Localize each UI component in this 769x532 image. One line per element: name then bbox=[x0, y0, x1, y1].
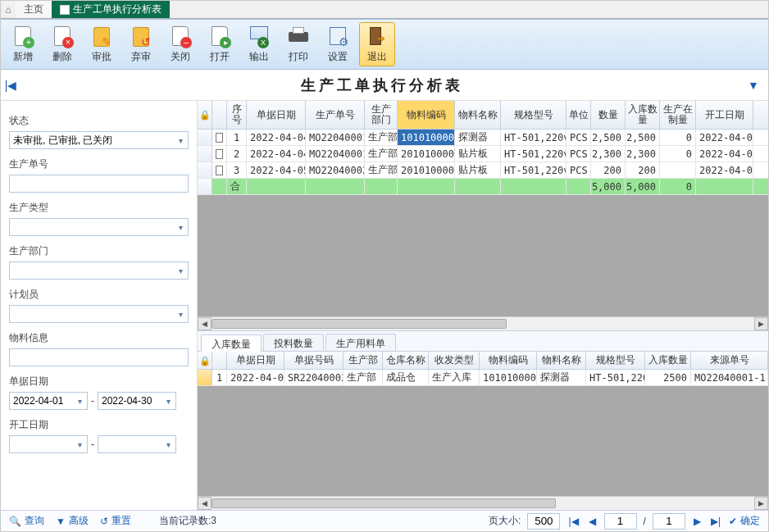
undo-icon: ↺ bbox=[100, 516, 108, 527]
tab-analysis[interactable]: 生产工单执行分析表 bbox=[52, 1, 170, 18]
page-delete-icon: × bbox=[51, 25, 74, 48]
tab-inbound-qty[interactable]: 入库数量 bbox=[201, 334, 262, 352]
chevron-down-icon[interactable]: ▾ bbox=[173, 262, 188, 279]
unapprove-button[interactable]: ↺弃审 bbox=[123, 22, 159, 66]
scroll-left-icon[interactable]: ◀ bbox=[198, 317, 212, 330]
chevron-down-icon[interactable]: ▾ bbox=[161, 436, 175, 452]
table-row[interactable]: 22022-04-04MO22040001生产部2010100001贴片板HT-… bbox=[198, 146, 768, 162]
toolbar: +新增 ×删除 ✎审批 ↺弃审 –关闭 ▸打开 X输出 打印 ⚙设置 ➔退出 bbox=[1, 19, 768, 70]
print-button[interactable]: 打印 bbox=[280, 22, 316, 66]
page-size-label: 页大小: bbox=[489, 514, 521, 528]
col-material-code[interactable]: 物料编码 bbox=[398, 101, 455, 129]
scroll-right-icon[interactable]: ▶ bbox=[754, 497, 768, 510]
detail-tabs: 入库数量 投料数量 生产用料单 bbox=[198, 330, 768, 352]
page-size-input[interactable] bbox=[527, 513, 560, 530]
page-add-icon: + bbox=[11, 25, 34, 48]
clipboard-undo-icon: ↺ bbox=[130, 25, 152, 48]
row-checkbox[interactable] bbox=[216, 149, 223, 159]
table-row[interactable]: 12022-04-04MO22040001生产部1010100001探测器HT-… bbox=[198, 130, 768, 146]
sub-grid-hscroll[interactable]: ◀ ▶ bbox=[198, 496, 768, 510]
prod-type-label: 生产类型 bbox=[9, 201, 189, 215]
advanced-button[interactable]: ▼高级 bbox=[56, 514, 89, 528]
export-button[interactable]: X输出 bbox=[241, 22, 277, 66]
confirm-button[interactable]: ✔确定 bbox=[729, 514, 760, 528]
prod-order-input[interactable] bbox=[9, 175, 189, 193]
export-icon: X bbox=[248, 25, 271, 48]
row-checkbox[interactable] bbox=[216, 166, 223, 175]
chevron-down-icon[interactable]: ▾ bbox=[161, 393, 175, 409]
filter-panel: 状态 ▾ 生产单号 生产类型 ▾ 生产部门 ▾ 计划员 ▾ 物料信息 单据日期 … bbox=[1, 101, 198, 510]
funnel-icon: ▼ bbox=[56, 516, 66, 527]
material-label: 物料信息 bbox=[9, 331, 189, 345]
chevron-down-icon[interactable]: ▾ bbox=[173, 306, 188, 322]
prod-dept-label: 生产部门 bbox=[9, 244, 189, 258]
search-button[interactable]: 🔍查询 bbox=[9, 514, 44, 528]
prod-order-label: 生产单号 bbox=[9, 157, 189, 171]
main-grid-header: 🔒 序号 单据日期 生产单号 生产部门 物料编码 物料名称 规格型号 单位 数量… bbox=[198, 101, 768, 130]
page-current-input[interactable] bbox=[604, 513, 637, 530]
scroll-right-icon[interactable]: ▶ bbox=[754, 317, 768, 330]
printer-icon bbox=[287, 25, 310, 48]
clipboard-check-icon: ✎ bbox=[90, 25, 113, 48]
status-combo[interactable] bbox=[9, 131, 189, 149]
delete-button[interactable]: ×删除 bbox=[44, 22, 80, 66]
row-checkbox[interactable] bbox=[216, 133, 223, 143]
reset-button[interactable]: ↺重置 bbox=[100, 514, 131, 528]
main-grid-hscroll[interactable]: ◀ ▶ bbox=[198, 316, 768, 330]
next-page-button[interactable]: ▶ bbox=[692, 516, 703, 527]
table-row[interactable]: 32022-04-05MO22040002生产部2010100001贴片板HT-… bbox=[198, 162, 768, 179]
prev-page-button[interactable]: ◀ bbox=[587, 516, 598, 527]
pager: 页大小: |◀ ◀ / ▶ ▶| ✔确定 bbox=[489, 513, 760, 530]
tab-bom[interactable]: 生产用料单 bbox=[325, 334, 396, 351]
prod-type-combo[interactable] bbox=[9, 218, 189, 236]
open-button[interactable]: ▸打开 bbox=[202, 22, 238, 66]
tab-issue-qty[interactable]: 投料数量 bbox=[263, 334, 324, 351]
settings-button[interactable]: ⚙设置 bbox=[320, 22, 356, 66]
tab-home[interactable]: 主页 bbox=[16, 1, 52, 18]
add-button[interactable]: +新增 bbox=[5, 22, 41, 66]
record-count: 当前记录数:3 bbox=[159, 514, 216, 528]
last-page-button[interactable]: ▶| bbox=[709, 516, 722, 527]
exit-button[interactable]: ➔退出 bbox=[359, 22, 395, 66]
lock-icon: 🔒 bbox=[199, 356, 211, 366]
chevron-down-icon[interactable]: ▾ bbox=[72, 436, 87, 452]
planner-combo[interactable] bbox=[9, 305, 189, 323]
prod-dept-combo[interactable] bbox=[9, 261, 189, 280]
chevron-down-icon[interactable]: ▾ bbox=[72, 393, 87, 409]
page-total bbox=[653, 513, 685, 530]
page-close-icon: – bbox=[169, 25, 192, 48]
close-button[interactable]: –关闭 bbox=[162, 22, 198, 66]
check-icon: ✔ bbox=[729, 516, 737, 527]
start-date-label: 开工日期 bbox=[9, 418, 189, 432]
material-input[interactable] bbox=[9, 348, 189, 366]
approve-button[interactable]: ✎审批 bbox=[84, 22, 120, 66]
exit-icon: ➔ bbox=[366, 25, 389, 48]
chevron-down-icon[interactable]: ▾ bbox=[173, 132, 188, 148]
status-label: 状态 bbox=[9, 114, 189, 128]
table-row[interactable]: 12022-04-04SR22040002生产部成品仓生产入库101010000… bbox=[198, 370, 768, 386]
doc-date-label: 单据日期 bbox=[9, 375, 189, 389]
first-page-button[interactable]: |◀ bbox=[567, 516, 580, 527]
page-title: 生产工单执行分析表 bbox=[20, 75, 744, 95]
home-icon[interactable]: ⌂ bbox=[1, 1, 16, 18]
table-total-row: 合5,0005,0000 bbox=[198, 179, 768, 195]
first-page-icon[interactable]: |◀ bbox=[1, 79, 20, 92]
collapse-icon[interactable]: ▼ bbox=[744, 79, 763, 92]
grid-icon bbox=[60, 5, 70, 15]
chevron-down-icon[interactable]: ▾ bbox=[173, 219, 188, 235]
scroll-left-icon[interactable]: ◀ bbox=[198, 497, 212, 510]
page-open-icon: ▸ bbox=[208, 25, 231, 48]
search-icon: 🔍 bbox=[9, 516, 21, 527]
planner-label: 计划员 bbox=[9, 288, 189, 302]
settings-icon: ⚙ bbox=[326, 25, 349, 48]
lock-icon: 🔒 bbox=[199, 110, 211, 120]
sub-grid-header: 🔒 单据日期 单据号码 生产部 仓库名称 收发类型 物料编码 物料名称 规格型号… bbox=[198, 352, 768, 370]
